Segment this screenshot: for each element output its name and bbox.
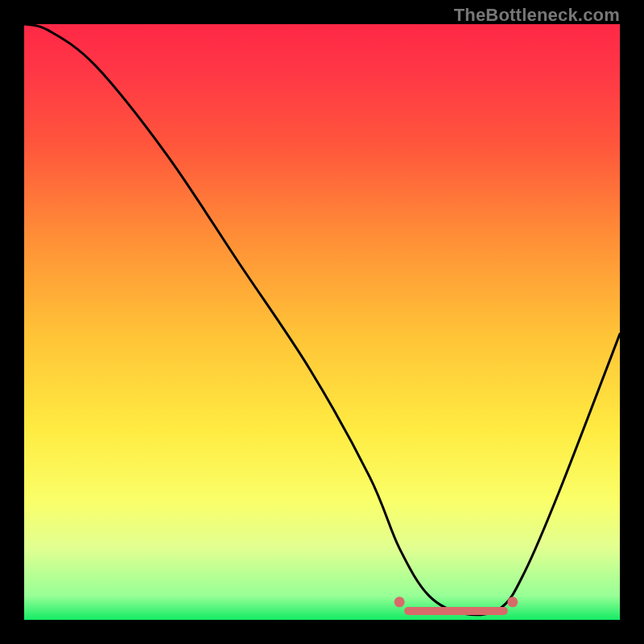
chart-plot-area bbox=[24, 24, 620, 620]
attribution-label: TheBottleneck.com bbox=[454, 5, 620, 26]
chart-frame: TheBottleneck.com bbox=[0, 0, 644, 644]
optimal-band-left-dot bbox=[394, 597, 405, 607]
optimal-band-bar bbox=[404, 607, 508, 615]
chart-svg bbox=[24, 24, 620, 620]
optimal-band-right-dot bbox=[507, 597, 518, 607]
bottleneck-curve bbox=[24, 24, 620, 615]
optimal-range-marker bbox=[394, 597, 518, 615]
